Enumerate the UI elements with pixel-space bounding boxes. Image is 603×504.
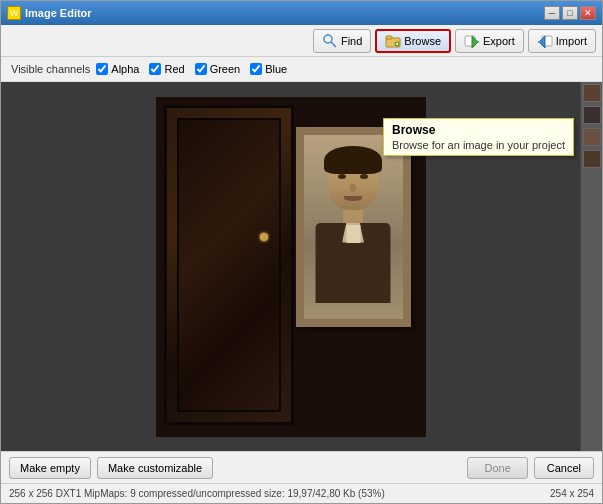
image-editor-window: W Image Editor ─ □ ✕ Find [0,0,603,504]
portrait [304,135,403,319]
alpha-label: Alpha [111,63,139,75]
red-checkbox[interactable] [149,63,161,75]
make-empty-button[interactable]: Make empty [9,457,91,479]
find-icon [322,34,338,48]
window-title: Image Editor [25,7,92,19]
tooltip-box: Browse Browse for an image in your proje… [383,118,574,156]
import-label: Import [556,35,587,47]
alpha-checkbox[interactable] [96,63,108,75]
door-frame [164,105,294,425]
bottom-bar: Make empty Make customizable Done Cancel [1,451,602,483]
title-controls: ─ □ ✕ [544,6,596,20]
channels-label: Visible channels [11,63,90,75]
export-icon [464,34,480,48]
status-bar: 256 x 256 DXT1 MipMaps: 9 compressed/unc… [1,483,602,503]
import-icon [537,34,553,48]
image-area: Browse Browse for an image in your proje… [1,82,580,451]
right-panel [580,82,602,451]
title-bar: W Image Editor ─ □ ✕ [1,1,602,25]
red-label: Red [164,63,184,75]
app-icon: W [7,6,21,20]
green-channel[interactable]: Green [195,63,241,75]
close-button[interactable]: ✕ [580,6,596,20]
channels-row: Visible channels Alpha Red Green Blue [1,57,602,82]
tooltip-container: Browse Browse for an image in your proje… [383,118,574,156]
picture-frame [296,127,411,327]
thumbnail-2[interactable] [583,106,601,124]
thumbnail-3[interactable] [583,128,601,146]
browse-icon [385,34,401,48]
find-button[interactable]: Find [313,29,371,53]
blue-checkbox[interactable] [250,63,262,75]
svg-line-1 [331,42,336,47]
tooltip-description: Browse for an image in your project [392,139,565,151]
export-label: Export [483,35,515,47]
done-button[interactable]: Done [467,457,527,479]
status-dimensions: 254 x 254 [550,488,594,499]
svg-rect-3 [386,36,392,39]
minimize-button[interactable]: ─ [544,6,560,20]
blue-label: Blue [265,63,287,75]
status-info: 256 x 256 DXT1 MipMaps: 9 compressed/unc… [9,488,385,499]
main-content: Browse Browse for an image in your proje… [1,82,602,451]
title-bar-left: W Image Editor [7,6,92,20]
make-customizable-button[interactable]: Make customizable [97,457,213,479]
thumbnail-4[interactable] [583,150,601,168]
cancel-button[interactable]: Cancel [534,457,594,479]
maximize-button[interactable]: □ [562,6,578,20]
alpha-channel[interactable]: Alpha [96,63,139,75]
browse-button[interactable]: Browse [375,29,451,53]
browse-label: Browse [404,35,441,47]
thumbnail-1[interactable] [583,84,601,102]
import-button[interactable]: Import [528,29,596,53]
blue-channel[interactable]: Blue [250,63,287,75]
red-channel[interactable]: Red [149,63,184,75]
green-label: Green [210,63,241,75]
svg-point-0 [324,35,332,43]
find-label: Find [341,35,362,47]
green-checkbox[interactable] [195,63,207,75]
export-button[interactable]: Export [455,29,524,53]
tooltip-title: Browse [392,123,565,137]
toolbar: Find Browse Expo [1,25,602,57]
